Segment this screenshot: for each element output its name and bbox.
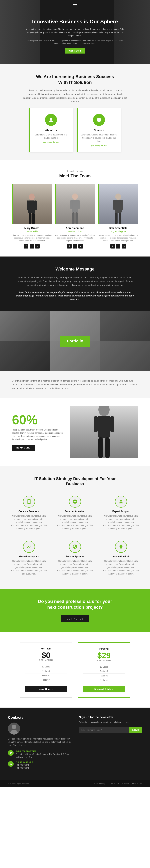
svg-rect-10 (72, 212, 74, 224)
mary-social-fb[interactable]: f (24, 244, 28, 249)
newsletter-form: SUBMIT (79, 727, 142, 733)
member-card-bob: Bob Greenfield programming guru Diam vul… (98, 184, 138, 249)
hamburger-icon[interactable] (73, 3, 77, 6)
text-block-content: Ut enim ad minim veniam, quis nostrud ex… (12, 379, 138, 390)
mary-desc: Diam vulputate ut pharetra sit. Phasellu… (12, 234, 52, 242)
svg-rect-7 (72, 200, 78, 213)
pricing-feature-personal-0: 10 Users (83, 665, 125, 669)
newsletter-title: Sign up for the newsletter (79, 716, 142, 719)
strategy-icon-4 (69, 541, 81, 553)
strategy-item-title-1: Smart Automation (57, 510, 93, 513)
footer-link-sitemap[interactable]: Site Map (121, 782, 129, 784)
svg-rect-2 (27, 200, 29, 210)
contacts-info: OUR OFFICE LOCATION The Interior Design … (8, 750, 71, 770)
hero-title: Innovative Business is Our Sphere (32, 19, 118, 25)
footer-link-terms[interactable]: Terms of Use (131, 782, 142, 784)
bob-desc: Diam vulputate ut pharetra sit. Phasellu… (98, 234, 138, 242)
portfolio-overlay: Portfolio (0, 311, 150, 371)
strategy-item-text-3: Curabitur pretium tincidunt lacus nulla … (11, 560, 47, 576)
strategy-item-text-5: Curabitur pretium tincidunt lacus nulla … (103, 560, 139, 576)
office-text: The Interior Design Studio Company, The … (16, 753, 71, 759)
pricing-button-personal[interactable]: Download Details → (83, 686, 125, 692)
bob-social-in[interactable]: in (122, 244, 126, 249)
person-standing-figure (82, 406, 126, 458)
strategy-title: IT Solution Strategy Development For You… (33, 476, 117, 487)
user-icon (118, 499, 124, 504)
card-about: About Us Lorem text. Click to double-cli… (29, 108, 73, 152)
footer-link-privacy[interactable]: Privacy Policy (94, 782, 105, 784)
sixty-number: 60% (12, 413, 64, 426)
contacts-avatar (8, 722, 20, 735)
ann-social-fb[interactable]: f (67, 244, 71, 249)
cta-title: Do you need professionals for your next … (35, 599, 115, 610)
mary-social-in[interactable]: in (35, 244, 39, 249)
mary-figure (24, 192, 40, 224)
pricing-plan-personal: Personal (83, 647, 125, 650)
card-create-title: Create It (80, 129, 118, 132)
team-title: Meet The Team (8, 174, 142, 179)
hero-content: Innovative Business is Our Sphere Amet l… (0, 10, 150, 58)
mary-socials: f t in (12, 244, 52, 249)
svg-point-0 (29, 193, 35, 200)
pricing-feature-personal-3: Feature 4 (83, 678, 125, 682)
pricing-section: For Team $0 PER MONTH 10 Users Feature 2… (0, 632, 150, 708)
hero-cta-button[interactable]: Get started (65, 48, 85, 54)
svg-rect-11 (76, 212, 78, 224)
bob-social-fb[interactable]: f (111, 244, 115, 249)
cards-row: About Us Lorem text. Click to double-cli… (12, 108, 138, 152)
pricing-card-personal: Personal $29 PER MONTH 10 Users Feature … (78, 642, 130, 698)
svg-rect-13 (115, 200, 122, 213)
hero-section: Innovative Business is Our Sphere Amet l… (0, 0, 150, 64)
pricing-button-team[interactable]: Upload Free → (25, 686, 67, 692)
svg-rect-9 (78, 200, 80, 209)
strategy-item-5: Innovation Lab Curabitur pretium tincidu… (100, 537, 142, 579)
member-green-bar-mary (12, 184, 13, 224)
sixty-section: 60% Praep dui diam accumsan arcu leo. Co… (0, 398, 150, 466)
strategy-item-text-4: Curabitur pretium tincidunt lacus nulla … (57, 560, 93, 576)
strategy-icon-5 (115, 541, 127, 553)
ann-social-tw[interactable]: t (73, 244, 77, 249)
svg-rect-1 (28, 200, 35, 213)
ann-socials: f t in (55, 244, 95, 249)
pricing-feature-personal-2: Feature 3 (83, 674, 125, 678)
strategy-item-text-1: Curabitur pretium tincidunt lacus nulla … (57, 515, 93, 530)
mary-social-tw[interactable]: t (30, 244, 34, 249)
sixty-text: Praep dui diam accumsan arcu leo. Congue… (12, 428, 64, 441)
strategy-item-0: Creative Solutions Curabitur pretium tin… (8, 492, 50, 534)
bob-figure (110, 192, 126, 224)
pricing-price-team: $0 (25, 651, 67, 659)
welcome-text1: Amet luctus venenatis lectus magna fring… (16, 276, 134, 287)
bob-social-tw[interactable]: t (116, 244, 120, 249)
svg-rect-19 (98, 416, 111, 438)
strategy-item-3: Growth Analytics Curabitur pretium tinci… (8, 537, 50, 579)
pricing-features-personal: 10 Users Feature 2 Feature 3 Feature 4 (83, 665, 125, 682)
card-about-link[interactable]: part setting the text (32, 141, 70, 143)
sixty-cta-button[interactable]: READ MORE (12, 445, 35, 451)
card-create-icon-circle (93, 114, 105, 126)
nav-bar (0, 0, 150, 9)
svg-rect-23 (105, 437, 110, 458)
office-info-text: OUR OFFICE LOCATION The Interior Design … (16, 750, 71, 759)
footer-link-cookie[interactable]: Cookie Policy (108, 782, 119, 784)
pricing-price-personal: $29 (83, 651, 125, 659)
strategy-item-text-0: Curabitur pretium tincidunt lacus nulla … (11, 515, 47, 530)
member-card-ann: Ann Richmond creative builder Diam vulpu… (55, 184, 95, 249)
svg-point-18 (98, 406, 110, 416)
strategy-item-1: Smart Automation Curabitur pretium tinci… (54, 492, 96, 534)
ann-social-in[interactable]: in (79, 244, 83, 249)
card-create-link[interactable]: part setting the text (80, 145, 118, 147)
contacts-intro-text: Use our contact form for all information… (8, 737, 71, 747)
portfolio-label-box[interactable]: Portfolio (60, 336, 90, 347)
newsletter-submit-button[interactable]: SUBMIT (129, 727, 142, 733)
phone-icon-circle (8, 761, 13, 767)
newsletter-email-input[interactable] (79, 727, 129, 733)
strategy-item-2: Expert Support Curabitur pretium tincidu… (100, 492, 142, 534)
member-card-mary: Mary Brown creative builder Diam vulputa… (12, 184, 52, 249)
cta-contact-button[interactable]: CONTACT US (61, 615, 89, 622)
ann-role: creative builder (55, 230, 95, 232)
footer: © 2023 All rights reserved Privacy Polic… (0, 780, 150, 787)
gear-icon (72, 499, 78, 504)
member-photo-mary (12, 184, 52, 224)
svg-rect-20 (94, 416, 98, 432)
bob-socials: f t in (98, 244, 138, 249)
